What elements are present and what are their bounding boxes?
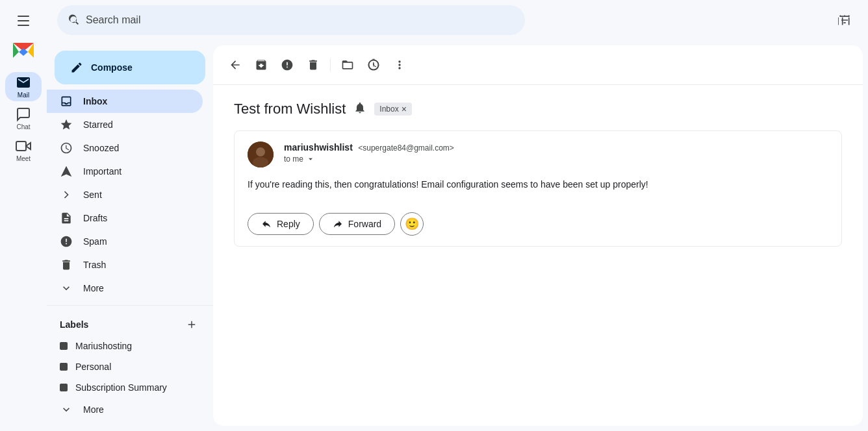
svg-point-4 <box>253 157 268 167</box>
spam-icon <box>60 235 73 248</box>
move-button[interactable] <box>336 53 359 77</box>
sender-email: <supergate84@gmail.com> <box>358 143 454 153</box>
mute-icon[interactable] <box>353 101 366 117</box>
labels-title: Labels <box>60 319 88 330</box>
to-me-row[interactable]: to me <box>284 154 828 164</box>
to-me-chevron <box>306 154 315 164</box>
trash-label: Trash <box>83 260 106 270</box>
emoji-button[interactable]: 🙂 <box>400 212 424 236</box>
more-options-icon <box>393 58 406 71</box>
sidebar: Compose Inbox Starred Snoozed <box>47 40 213 431</box>
compose-label: Compose <box>91 62 133 73</box>
nav-item-spam[interactable]: Spam <box>47 230 203 253</box>
label-item-mariushosting[interactable]: Mariushosting <box>47 336 203 356</box>
back-button[interactable] <box>223 53 247 77</box>
important-label: Important <box>83 166 121 177</box>
sender-name: mariushwishlist <box>284 142 353 153</box>
spam-report-button[interactable] <box>275 53 299 77</box>
inbox-icon <box>60 95 73 108</box>
compose-button[interactable]: Compose <box>55 51 205 84</box>
meet-label: Meet <box>16 155 31 162</box>
email-view: Test from Wishlist Inbox × <box>213 45 863 426</box>
avatar-image <box>248 142 274 167</box>
forward-button[interactable]: Forward <box>319 213 395 235</box>
more-icon <box>60 282 73 295</box>
labels-header: Labels <box>47 311 213 336</box>
emoji-icon: 🙂 <box>405 217 419 231</box>
sender-name-row: mariushwishlist <supergate84@gmail.com> <box>284 142 828 153</box>
nav-item-more[interactable]: More <box>47 277 203 300</box>
inbox-tag-label: Inbox <box>379 105 398 114</box>
label-dot-subscription <box>60 384 68 391</box>
gmail-logo <box>12 42 35 59</box>
avatar <box>248 142 274 167</box>
search-input[interactable] <box>86 14 515 26</box>
inbox-tag-close[interactable]: × <box>402 104 407 114</box>
delete-button[interactable] <box>301 53 325 77</box>
svg-marker-0 <box>26 143 31 149</box>
svg-rect-1 <box>16 142 26 151</box>
nav-item-starred[interactable]: Starred <box>47 113 203 136</box>
nav-item-drafts[interactable]: Drafts <box>47 206 203 230</box>
nav-item-inbox[interactable]: Inbox <box>47 90 203 113</box>
nav-item-snoozed[interactable]: Snoozed <box>47 136 203 160</box>
labels-more-button[interactable]: More <box>47 398 203 421</box>
filter-icon <box>838 14 851 27</box>
reply-label: Reply <box>277 219 300 229</box>
drafts-icon <box>60 212 73 225</box>
nav-icon-chat[interactable]: Chat <box>5 104 42 133</box>
labels-more-icon <box>60 403 73 416</box>
sender-info: mariushwishlist <supergate84@gmail.com> … <box>284 142 828 164</box>
compose-icon <box>70 61 83 74</box>
sidebar-divider <box>47 305 213 306</box>
nav-item-sent[interactable]: Sent <box>47 183 203 206</box>
sent-icon <box>60 188 73 201</box>
nav-icon-mail[interactable]: Mail <box>5 72 42 101</box>
spam-label: Spam <box>83 236 107 247</box>
label-dot-personal <box>60 363 68 371</box>
delete-icon <box>307 58 320 71</box>
label-item-personal[interactable]: Personal <box>47 356 203 377</box>
to-me-label: to me <box>284 154 303 164</box>
reply-icon <box>261 219 272 229</box>
label-mariushosting-text: Mariushosting <box>75 341 132 351</box>
forward-icon <box>333 219 343 229</box>
nav-item-trash[interactable]: Trash <box>47 253 203 277</box>
svg-point-3 <box>256 147 265 156</box>
email-toolbar <box>213 45 863 85</box>
filter-button[interactable] <box>832 7 858 33</box>
hamburger-button[interactable] <box>8 5 39 36</box>
snooze-icon <box>367 58 380 71</box>
snooze-button[interactable] <box>362 53 385 77</box>
archive-icon <box>255 58 268 71</box>
email-message: mariushwishlist <supergate84@gmail.com> … <box>234 130 842 247</box>
sent-label: Sent <box>83 190 102 200</box>
more-nav-label: More <box>83 283 104 293</box>
nav-item-important[interactable]: Important <box>47 160 203 183</box>
avatar-svg <box>248 142 274 167</box>
drafts-label: Drafts <box>83 213 107 223</box>
move-icon <box>341 58 354 71</box>
spam-report-icon <box>281 58 294 71</box>
reply-button[interactable]: Reply <box>248 213 314 235</box>
top-area: Compose Inbox Starred Snoozed <box>47 0 868 431</box>
archive-button[interactable] <box>249 53 273 77</box>
toolbar-separator-1 <box>330 58 331 71</box>
labels-more-label: More <box>83 404 104 415</box>
search-container <box>57 5 525 35</box>
more-options-button[interactable] <box>388 53 411 77</box>
email-subject-row: Test from Wishlist Inbox × <box>234 101 842 117</box>
add-label-button[interactable] <box>183 316 200 333</box>
back-icon <box>229 58 242 71</box>
starred-icon <box>60 118 73 131</box>
trash-icon <box>60 258 73 271</box>
mail-label: Mail <box>18 92 29 99</box>
email-subject: Test from Wishlist <box>234 101 346 117</box>
label-dot-mariushosting <box>60 342 68 350</box>
label-item-subscription-summary[interactable]: Subscription Summary <box>47 377 203 398</box>
starred-label: Starred <box>83 119 113 130</box>
label-personal-text: Personal <box>75 362 111 372</box>
inbox-tag: Inbox × <box>374 103 412 116</box>
nav-icon-meet[interactable]: Meet <box>5 136 42 165</box>
label-subscription-text: Subscription Summary <box>75 382 167 393</box>
